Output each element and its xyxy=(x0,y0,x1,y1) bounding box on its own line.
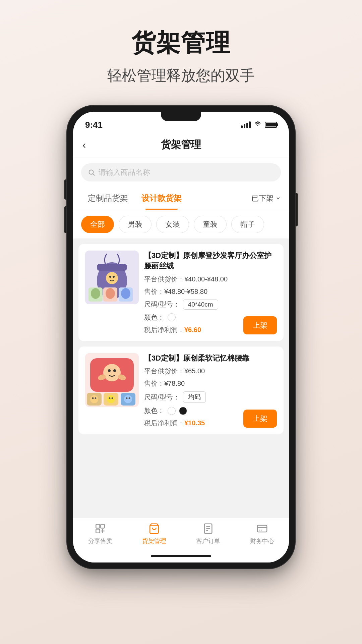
back-button[interactable]: ‹ xyxy=(82,139,86,151)
battery-fill xyxy=(266,123,276,126)
svg-rect-34 xyxy=(101,524,104,528)
svg-point-24 xyxy=(95,397,97,399)
chip-all[interactable]: 全部 xyxy=(81,216,114,233)
supply-price-row-2: 平台供货价：¥65.00 xyxy=(144,367,277,376)
size-row-2: 尺码/型号： 均码 xyxy=(144,391,277,403)
search-bar[interactable]: 请输入商品名称 xyxy=(81,163,281,181)
listing-button-2[interactable]: 上架 xyxy=(243,410,277,428)
color-dot-white-2 xyxy=(168,407,176,415)
profit-value-1: ¥6.60 xyxy=(184,326,201,333)
bottom-nav-orders-label: 客户订单 xyxy=(196,537,220,545)
size-label-2: 尺码/型号： xyxy=(144,393,180,402)
signal-bar-4 xyxy=(249,121,251,128)
tab-design-shelf[interactable]: 设计款货架 xyxy=(135,187,188,210)
svg-point-27 xyxy=(109,397,111,399)
tab-custom-shelf[interactable]: 定制品货架 xyxy=(81,187,135,210)
size-label-1: 尺码/型号： xyxy=(144,300,180,309)
bottom-nav-orders[interactable]: 客户订单 xyxy=(196,522,220,545)
svg-point-18 xyxy=(113,369,116,372)
svg-point-7 xyxy=(113,276,115,278)
svg-rect-35 xyxy=(96,529,100,533)
chip-menswear[interactable]: 男装 xyxy=(119,216,152,233)
nav-title: 货架管理 xyxy=(161,138,201,152)
svg-line-1 xyxy=(93,174,95,175)
page-subtitle: 轻松管理释放您的双手 xyxy=(107,66,255,86)
svg-rect-4 xyxy=(97,264,127,271)
bottom-nav-shelf[interactable]: 货架管理 xyxy=(142,522,166,545)
filter-label: 已下架 xyxy=(251,193,274,203)
bottom-nav-shelf-label: 货架管理 xyxy=(142,537,166,545)
product-img-main-2 xyxy=(85,353,139,407)
nav-bar: ‹ 货架管理 xyxy=(73,132,289,158)
search-icon xyxy=(88,169,95,176)
supply-price-row-1: 平台供货价：¥40.00-¥48.00 xyxy=(144,275,277,284)
signal-icon xyxy=(241,121,251,128)
chip-childrenswear[interactable]: 童装 xyxy=(194,216,227,233)
bottom-nav-finance-label: 财务中心 xyxy=(250,537,274,545)
sale-price-value-1: ¥48.80-¥58.80 xyxy=(164,288,207,295)
svg-point-23 xyxy=(92,397,94,399)
status-icons xyxy=(241,121,277,129)
svg-point-0 xyxy=(89,170,94,174)
size-tag-2: 均码 xyxy=(183,391,206,403)
status-time: 9:41 xyxy=(85,120,103,130)
sale-price-row-1: 售价：¥48.80-¥58.80 xyxy=(144,287,277,296)
chip-hat[interactable]: 帽子 xyxy=(231,216,264,233)
svg-point-26 xyxy=(107,395,115,403)
chevron-down-icon xyxy=(276,196,281,201)
svg-point-16 xyxy=(103,364,121,381)
supply-price-value-2: ¥65.00 xyxy=(184,367,205,375)
profit-label-2: 税后净利润： xyxy=(144,419,184,427)
scroll-content: 【3D定制】原创摩登沙发客厅办公室护腰丽丝绒 平台供货价：¥40.00-¥48.… xyxy=(73,238,289,518)
supply-price-label-2: 平台供货价： xyxy=(144,367,184,375)
profit-label-1: 税后净利润： xyxy=(144,326,184,333)
product-image-2 xyxy=(85,353,139,407)
search-placeholder: 请输入商品名称 xyxy=(99,167,150,177)
chip-womenswear[interactable]: 女装 xyxy=(156,216,189,233)
sale-price-label-2: 售价： xyxy=(144,380,164,387)
color-dot-black-2 xyxy=(179,407,187,415)
signal-bar-3 xyxy=(246,123,248,128)
tabs-row: 定制品货架 设计款货架 已下架 xyxy=(73,187,289,210)
share-icon xyxy=(94,522,107,535)
svg-point-32 xyxy=(129,397,130,399)
svg-point-11 xyxy=(106,288,115,299)
svg-rect-33 xyxy=(96,524,100,528)
home-indicator-bar xyxy=(151,555,211,557)
sale-price-value-2: ¥78.80 xyxy=(164,380,185,387)
wifi-icon xyxy=(254,121,261,129)
sale-price-row-2: 售价：¥78.80 xyxy=(144,379,277,388)
color-label-2: 颜色： xyxy=(144,406,164,415)
phone-notch xyxy=(161,112,201,121)
color-dot-white-1 xyxy=(168,313,176,321)
phone-mockup: 9:41 ‹ 货架管理 xyxy=(67,106,295,569)
svg-point-31 xyxy=(126,397,128,399)
color-label-1: 颜色： xyxy=(144,313,164,322)
product-image-1 xyxy=(85,251,139,304)
home-indicator xyxy=(73,552,289,562)
product-title-1: 【3D定制】原创摩登沙发客厅办公室护腰丽丝绒 xyxy=(144,251,277,271)
signal-bar-2 xyxy=(244,124,245,128)
product-img-main-1 xyxy=(85,251,139,304)
finance-icon xyxy=(256,522,268,535)
svg-point-13 xyxy=(121,288,130,299)
bottom-nav-finance[interactable]: 财务中心 xyxy=(250,522,274,545)
svg-point-28 xyxy=(112,397,113,399)
svg-point-17 xyxy=(108,369,111,372)
chips-row: 全部 男装 女装 童装 帽子 xyxy=(73,210,289,238)
filter-dropdown[interactable]: 已下架 xyxy=(251,193,281,203)
volume-up-button xyxy=(64,179,67,200)
profit-value-2: ¥10.35 xyxy=(184,419,205,427)
svg-point-22 xyxy=(90,395,98,403)
power-button xyxy=(295,193,298,226)
bottom-nav-share[interactable]: 分享售卖 xyxy=(88,522,112,545)
supply-price-value-1: ¥40.00-¥48.00 xyxy=(184,275,228,283)
listing-button-1[interactable]: 上架 xyxy=(243,316,277,334)
product-title-2: 【3D定制】原创柔软记忆棉腰靠 xyxy=(144,353,277,364)
shelf-icon xyxy=(148,522,161,535)
svg-rect-41 xyxy=(257,525,266,532)
size-tag-1: 40*40cm xyxy=(183,300,218,310)
supply-price-label-1: 平台供货价： xyxy=(144,275,184,283)
size-row-1: 尺码/型号： 40*40cm xyxy=(144,300,277,310)
product-card-1: 【3D定制】原创摩登沙发客厅办公室护腰丽丝绒 平台供货价：¥40.00-¥48.… xyxy=(78,244,284,341)
